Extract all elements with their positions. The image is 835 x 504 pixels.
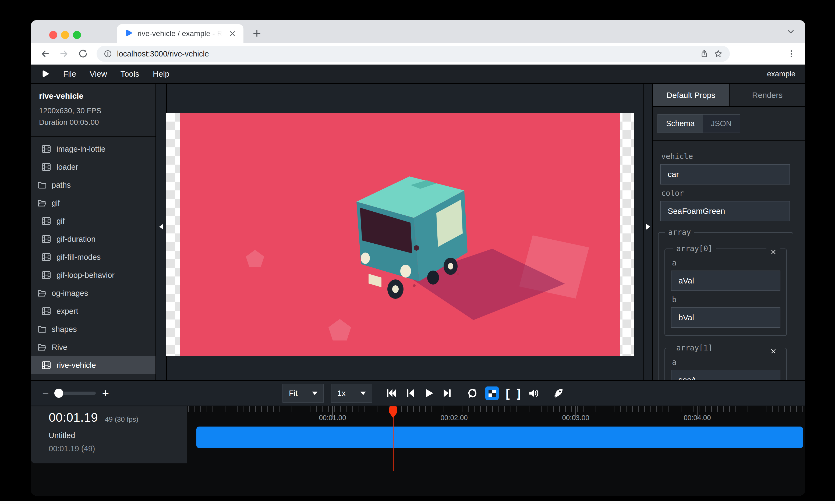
out-point-button[interactable]: ] — [517, 387, 521, 399]
fit-dropdown[interactable]: Fit — [283, 384, 324, 403]
transparency-toggle-button[interactable] — [485, 386, 499, 400]
sidebar-item-expert[interactable]: expert — [31, 302, 156, 320]
toggle-schema[interactable]: Schema — [658, 114, 702, 132]
compositions-sidebar: rive-vehicle 1200x630, 30 FPS Duration 0… — [31, 84, 156, 380]
tab-close-icon[interactable] — [228, 29, 237, 38]
zoom-out-button[interactable]: − — [42, 387, 49, 399]
props-collapse-strip[interactable] — [644, 84, 652, 380]
next-frame-button[interactable] — [442, 387, 453, 399]
folder-icon — [37, 180, 47, 190]
timeline-ruler[interactable] — [188, 406, 803, 412]
back-button[interactable] — [40, 49, 50, 59]
item-label: gif — [52, 199, 60, 208]
new-tab-button[interactable] — [252, 28, 262, 38]
tab-strip: rive-vehicle / example - Remoti — [31, 20, 805, 43]
in-point-button[interactable]: [ — [506, 387, 510, 399]
array-1-fieldset: array[1] a secA b — [665, 343, 787, 380]
array-0-b-input[interactable]: bVal — [671, 308, 780, 328]
timeline-track[interactable] — [196, 426, 803, 448]
previous-frame-button[interactable] — [404, 387, 416, 399]
checkerboard-icon — [489, 390, 496, 397]
composition-title: rive-vehicle — [39, 91, 149, 101]
reload-button[interactable] — [78, 49, 88, 59]
site-info-icon[interactable] — [104, 49, 112, 58]
url-field[interactable]: localhost:3000/rive-vehicle — [97, 46, 730, 62]
array-0-a-input[interactable]: aVal — [671, 271, 780, 291]
screen-bottom-strip — [0, 501, 835, 504]
sidebar-folder-gif[interactable]: gif — [31, 194, 156, 212]
menu-help[interactable]: Help — [153, 69, 169, 79]
sidebar-folder-rive[interactable]: Rive — [31, 338, 156, 356]
tab-renders[interactable]: Renders — [729, 84, 805, 106]
b-label: b — [672, 295, 780, 304]
remotion-logo-icon[interactable] — [41, 69, 50, 79]
share-icon[interactable] — [700, 49, 709, 58]
collapse-right-icon[interactable] — [646, 224, 650, 230]
loop-toggle-button[interactable] — [466, 387, 478, 399]
browser-menu-icon[interactable] — [787, 49, 796, 58]
speed-dropdown[interactable]: 1x — [331, 384, 372, 403]
chevron-down-icon — [361, 392, 366, 395]
jump-to-start-button[interactable] — [385, 387, 397, 399]
browser-tab[interactable]: rive-vehicle / example - Remoti — [117, 24, 243, 43]
array-1-remove-button[interactable] — [767, 346, 780, 357]
array-fieldset: array array[0] a aVal b bVal array[1] a … — [658, 228, 793, 380]
fullscreen-window-button[interactable] — [73, 31, 81, 39]
timeline[interactable]: 00:01.00 00:02.00 00:03.00 00:04.00 00:0… — [31, 405, 805, 496]
sidebar-item-gif-loop-behavior[interactable]: gif-loop-behavior — [31, 266, 156, 284]
menu-tools[interactable]: Tools — [121, 69, 139, 79]
close-window-button[interactable] — [49, 31, 57, 39]
sidebar-item-image-in-lottie[interactable]: image-in-lottie — [31, 140, 156, 158]
a-label: a — [672, 358, 780, 366]
ruler-label-4s: 00:04.00 — [684, 414, 711, 422]
array-1-label: array[1] — [673, 343, 716, 352]
array-1-a-input[interactable]: secA — [671, 370, 780, 380]
ruler-label-3s: 00:03.00 — [562, 414, 589, 422]
item-label: gif — [57, 217, 65, 226]
sidebar-item-gif-duration[interactable]: gif-duration — [31, 230, 156, 248]
project-name: example — [767, 70, 795, 78]
forward-button[interactable] — [59, 49, 69, 59]
fit-dropdown-label: Fit — [289, 389, 298, 398]
minimize-window-button[interactable] — [61, 31, 69, 39]
bookmark-star-icon[interactable] — [714, 49, 723, 58]
item-label: image-in-lottie — [57, 145, 105, 153]
zoom-slider-knob[interactable] — [54, 388, 63, 398]
film-icon — [41, 216, 52, 227]
sidebar-collapse-strip[interactable] — [156, 84, 167, 380]
sidebar-folder-paths[interactable]: paths — [31, 176, 156, 194]
a-label: a — [672, 258, 780, 267]
play-button[interactable] — [423, 387, 435, 399]
item-label: gif-duration — [57, 235, 96, 244]
color-input[interactable]: SeaFoamGreen — [660, 201, 790, 221]
tab-search-chevron-icon[interactable] — [786, 27, 795, 36]
playhead-marker[interactable] — [389, 406, 397, 418]
item-label: loader — [57, 163, 78, 172]
menu-file[interactable]: File — [63, 69, 76, 79]
sidebar-folder-schema[interactable]: Schema — [31, 374, 156, 380]
zoom-slider[interactable] — [56, 392, 96, 395]
zoom-in-button[interactable]: + — [102, 387, 109, 399]
props-panel-tabs: Default Props Renders — [653, 84, 805, 107]
sidebar-item-loader[interactable]: loader — [31, 158, 156, 176]
folder-open-icon — [37, 288, 47, 298]
toggle-json[interactable]: JSON — [702, 114, 739, 132]
tab-title: rive-vehicle / example - Remoti — [138, 29, 224, 38]
tab-default-props[interactable]: Default Props — [653, 84, 729, 106]
sidebar-item-rive-vehicle[interactable]: rive-vehicle — [31, 356, 156, 374]
menu-view[interactable]: View — [89, 69, 107, 79]
ruler-label-1s: 00:01.00 — [319, 414, 346, 422]
mute-toggle-button[interactable] — [528, 387, 539, 399]
sidebar-item-gif-fill-modes[interactable]: gif-fill-modes — [31, 248, 156, 266]
sidebar-item-gif[interactable]: gif — [31, 212, 156, 230]
array-0-remove-button[interactable] — [767, 247, 780, 257]
url-text[interactable]: localhost:3000/rive-vehicle — [117, 49, 695, 58]
vehicle-input[interactable]: car — [660, 164, 790, 185]
sidebar-folder-og-images[interactable]: og-images — [31, 284, 156, 302]
item-label: expert — [57, 307, 78, 316]
render-rocket-button[interactable] — [552, 387, 564, 399]
track-name[interactable]: Untitled — [49, 431, 187, 440]
composition-canvas[interactable] — [166, 113, 634, 356]
collapse-left-icon[interactable] — [159, 224, 163, 230]
sidebar-folder-shapes[interactable]: shapes — [31, 320, 156, 338]
